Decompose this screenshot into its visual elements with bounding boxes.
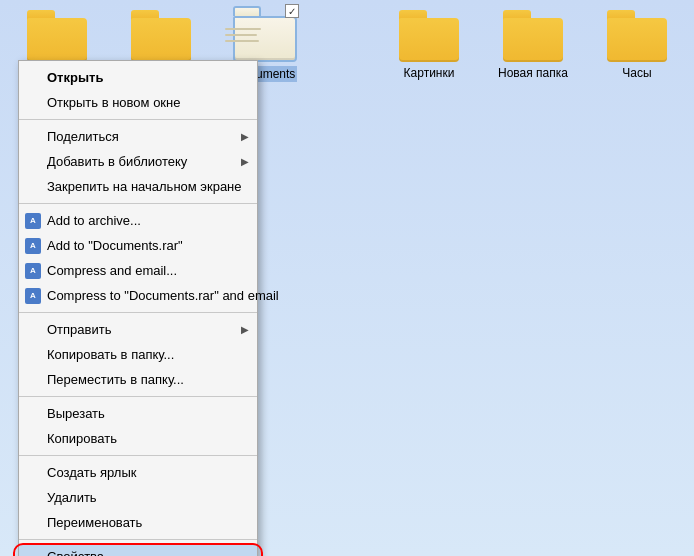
menu-item-copy[interactable]: Копировать [19, 426, 257, 451]
menu-item-add-archive[interactable]: A Add to archive... [19, 208, 257, 233]
separator-1 [19, 119, 257, 120]
context-menu: Открыть Открыть в новом окне Поделиться … [18, 60, 258, 556]
menu-item-open-new-window[interactable]: Открыть в новом окне [19, 90, 257, 115]
folder-icon-documents: ✓ [233, 6, 297, 62]
folder-item-2[interactable] [124, 10, 198, 66]
folder-label-novaya: Новая папка [498, 66, 568, 80]
separator-4 [19, 396, 257, 397]
folder-label-kartinki: Картинки [404, 66, 455, 80]
folder-item-1[interactable] [20, 10, 94, 66]
rar-icon-1: A [25, 213, 41, 229]
menu-item-properties[interactable]: Свойства [19, 544, 257, 556]
menu-item-delete[interactable]: Удалить [19, 485, 257, 510]
menu-item-compress-documents-email[interactable]: A Compress to "Documents.rar" and email [19, 283, 257, 308]
folder-icon-1 [27, 10, 87, 62]
separator-2 [19, 203, 257, 204]
menu-item-compress-email[interactable]: A Compress and email... [19, 258, 257, 283]
menu-item-add-documents-rar[interactable]: A Add to "Documents.rar" [19, 233, 257, 258]
desktop: ✓ Documents Картинки Новая папка [0, 0, 694, 556]
menu-item-move-to[interactable]: Переместить в папку... [19, 367, 257, 392]
menu-item-rename[interactable]: Переименовать [19, 510, 257, 535]
folder-item-kartinki[interactable]: Картинки [392, 10, 466, 80]
menu-item-cut[interactable]: Вырезать [19, 401, 257, 426]
menu-item-open[interactable]: Открыть [19, 65, 257, 90]
folder-item-novaya[interactable]: Новая папка [496, 10, 570, 80]
folder-icon-chasy [607, 10, 667, 62]
properties-wrapper: Свойства [19, 544, 257, 556]
rar-icon-4: A [25, 288, 41, 304]
folder-icon-2 [131, 10, 191, 62]
menu-item-share[interactable]: Поделиться [19, 124, 257, 149]
separator-5 [19, 455, 257, 456]
folder-item-chasy[interactable]: Часы [600, 10, 674, 80]
rar-icon-2: A [25, 238, 41, 254]
separator-6 [19, 539, 257, 540]
separator-3 [19, 312, 257, 313]
folder-icon-kartinki [399, 10, 459, 62]
folder-label-chasy: Часы [622, 66, 651, 80]
menu-item-send[interactable]: Отправить [19, 317, 257, 342]
menu-item-add-library[interactable]: Добавить в библиотеку [19, 149, 257, 174]
menu-item-create-shortcut[interactable]: Создать ярлык [19, 460, 257, 485]
folder-checkbox[interactable]: ✓ [285, 4, 299, 18]
rar-icon-3: A [25, 263, 41, 279]
folder-icon-novaya [503, 10, 563, 62]
menu-item-copy-to[interactable]: Копировать в папку... [19, 342, 257, 367]
menu-item-pin-start[interactable]: Закрепить на начальном экране [19, 174, 257, 199]
